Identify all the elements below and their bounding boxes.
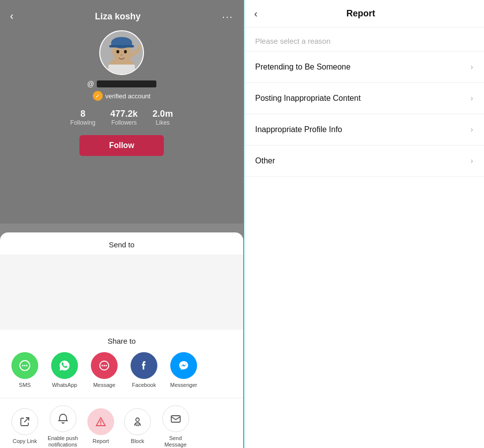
verified-badge-icon: ✓ — [93, 91, 103, 101]
svg-point-9 — [121, 54, 123, 56]
report-option-pretend[interactable]: Pretending to Be Someone › — [244, 52, 484, 83]
following-label: Following — [70, 119, 96, 126]
report-option-other[interactable]: Other › — [244, 146, 484, 177]
send-to-label: Send to — [0, 240, 243, 255]
svg-point-7 — [116, 50, 119, 54]
chevron-right-inappropriate-content: › — [471, 94, 473, 103]
username-row: @ — [87, 80, 156, 88]
action-push-notif[interactable]: Enable push notifications — [47, 405, 79, 448]
svg-rect-10 — [108, 65, 135, 74]
at-sign: @ — [87, 80, 94, 88]
send-to-area — [0, 255, 243, 330]
report-option-profile-info[interactable]: Inappropriate Profile Info › — [244, 114, 484, 146]
avatar — [99, 30, 144, 75]
svg-point-8 — [124, 50, 127, 54]
action-copy-link[interactable]: Copy Link — [10, 408, 40, 445]
likes-label: Likes — [156, 119, 170, 126]
svg-point-19 — [104, 365, 105, 366]
facebook-label: Facebook — [132, 382, 156, 388]
share-message[interactable]: Message — [89, 352, 119, 388]
report-option-text-inappropriate-content: Posting Inappropriate Content — [255, 94, 361, 103]
action-block[interactable]: Block — [123, 408, 152, 445]
share-sms[interactable]: SMS — [10, 352, 40, 388]
push-notif-icon — [50, 405, 76, 432]
share-to-label: Share to — [0, 337, 243, 345]
stat-followers: 477.2k Followers — [110, 109, 138, 126]
verified-row: ✓ verified account — [93, 91, 150, 101]
stats-row: 8 Following 477.2k Followers 2.0m Likes — [70, 109, 173, 126]
report-option-inappropriate-content[interactable]: Posting Inappropriate Content › — [244, 83, 484, 114]
svg-point-22 — [100, 424, 101, 425]
svg-rect-26 — [171, 416, 180, 422]
svg-line-12 — [138, 47, 139, 51]
block-icon — [124, 408, 151, 435]
send-message-icon — [162, 405, 189, 432]
top-bar: ‹ Liza koshy ··· — [0, 5, 243, 30]
likes-count: 2.0m — [152, 109, 173, 119]
action-report[interactable]: Report — [86, 408, 116, 445]
messenger-label: Messenger — [170, 382, 197, 388]
stat-following: 8 Following — [70, 109, 96, 126]
block-label: Block — [131, 438, 144, 445]
chevron-right-pretend: › — [471, 63, 473, 72]
more-options-icon[interactable]: ··· — [222, 11, 233, 22]
svg-rect-6 — [109, 45, 134, 48]
share-icons-row: SMS WhatsApp — [0, 352, 243, 388]
bottom-sheet: Send to Share to SMS — [0, 232, 243, 448]
svg-point-16 — [26, 365, 28, 366]
copy-link-label: Copy Link — [13, 438, 37, 445]
action-send-message[interactable]: Send Message — [159, 405, 192, 448]
report-back-icon[interactable]: ‹ — [254, 8, 258, 19]
profile-name: Liza koshy — [95, 11, 140, 22]
copy-link-icon — [11, 408, 38, 435]
right-panel: ‹ Report Please select a reason Pretendi… — [243, 0, 484, 448]
followers-count: 477.2k — [110, 109, 138, 119]
stat-likes: 2.0m Likes — [152, 109, 173, 126]
push-notif-label: Enable push notifications — [47, 435, 79, 448]
report-placeholder: Please select a reason — [244, 28, 484, 52]
svg-point-23 — [136, 418, 139, 422]
report-option-text-pretend: Pretending to Be Someone — [255, 63, 350, 72]
back-arrow-icon[interactable]: ‹ — [10, 10, 13, 23]
report-option-text-profile-info: Inappropriate Profile Info — [255, 125, 342, 134]
sms-label: SMS — [19, 382, 31, 388]
report-title: Report — [263, 8, 459, 19]
followers-label: Followers — [111, 119, 137, 126]
whatsapp-icon — [51, 352, 78, 379]
verified-text: verified account — [105, 92, 150, 100]
share-whatsapp[interactable]: WhatsApp — [50, 352, 79, 388]
profile-background: ‹ Liza koshy ··· — [0, 0, 243, 224]
follow-button[interactable]: Follow — [79, 135, 164, 156]
share-facebook[interactable]: Facebook — [129, 352, 159, 388]
messenger-icon — [170, 352, 197, 379]
share-to-section: Share to SMS — [0, 330, 243, 448]
chevron-right-profile-info: › — [471, 125, 473, 134]
message-icon — [91, 352, 118, 379]
sms-icon — [11, 352, 38, 379]
report-option-text-other: Other — [255, 156, 275, 165]
share-messenger[interactable]: Messenger — [169, 352, 199, 388]
svg-point-14 — [22, 365, 24, 366]
left-panel: ‹ Liza koshy ··· — [0, 0, 243, 448]
report-label: Report — [92, 438, 109, 445]
report-header: ‹ Report — [244, 0, 484, 28]
username-blurred — [97, 80, 156, 87]
svg-point-15 — [24, 365, 26, 366]
whatsapp-label: WhatsApp — [52, 382, 77, 388]
send-message-label: Send Message — [159, 435, 192, 448]
message-label: Message — [93, 382, 116, 388]
action-icons-row: Copy Link Enable push notifications — [0, 398, 243, 448]
svg-point-20 — [106, 365, 107, 366]
facebook-icon — [131, 352, 157, 379]
report-icon — [87, 408, 114, 435]
svg-point-18 — [102, 365, 103, 366]
chevron-right-other: › — [471, 156, 473, 165]
following-count: 8 — [80, 109, 85, 119]
